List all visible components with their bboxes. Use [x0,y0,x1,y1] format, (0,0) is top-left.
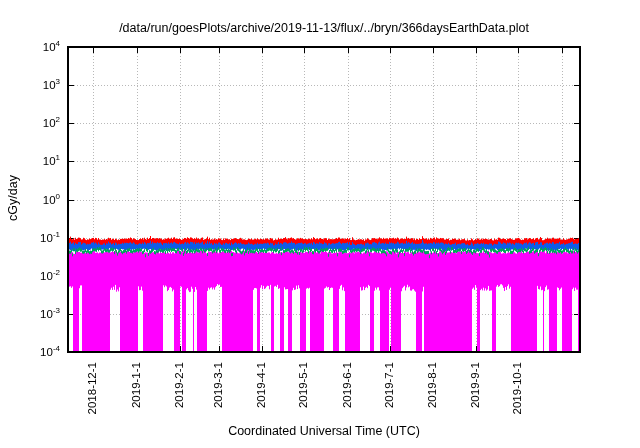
x-tick-label: 2019-10-1 [511,362,524,414]
x-tick-label: 2019-6-1 [341,362,354,408]
y-tick-label: 102 [14,116,60,130]
y-tick-label: 10-3 [14,307,60,321]
x-tick-label: 2019-2-1 [173,362,186,408]
x-tick-label: 2019-7-1 [383,362,396,408]
y-tick-label: 104 [14,40,60,54]
y-tick-label: 10-2 [14,269,60,283]
x-tick-label: 2019-9-1 [469,362,482,408]
x-tick-label: 2019-1-1 [130,362,143,408]
x-tick-label: 2019-5-1 [297,362,310,408]
plot-window: /data/run/goesPlots/archive/2019-11-13/f… [0,0,640,448]
x-tick-label: 2019-8-1 [426,362,439,408]
x-tick-label: 2019-4-1 [255,362,268,408]
x-axis-label: Coordinated Universal Time (UTC) [68,424,580,438]
y-tick-label: 100 [14,193,60,207]
y-tick-label: 10-4 [14,345,60,359]
y-tick-label: 101 [14,154,60,168]
x-tick-label: 2019-3-1 [212,362,225,408]
plot-title: /data/run/goesPlots/archive/2019-11-13/f… [68,21,580,35]
y-tick-label: 103 [14,78,60,92]
y-tick-label: 10-1 [14,231,60,245]
x-tick-label: 2018-12-1 [86,362,99,414]
